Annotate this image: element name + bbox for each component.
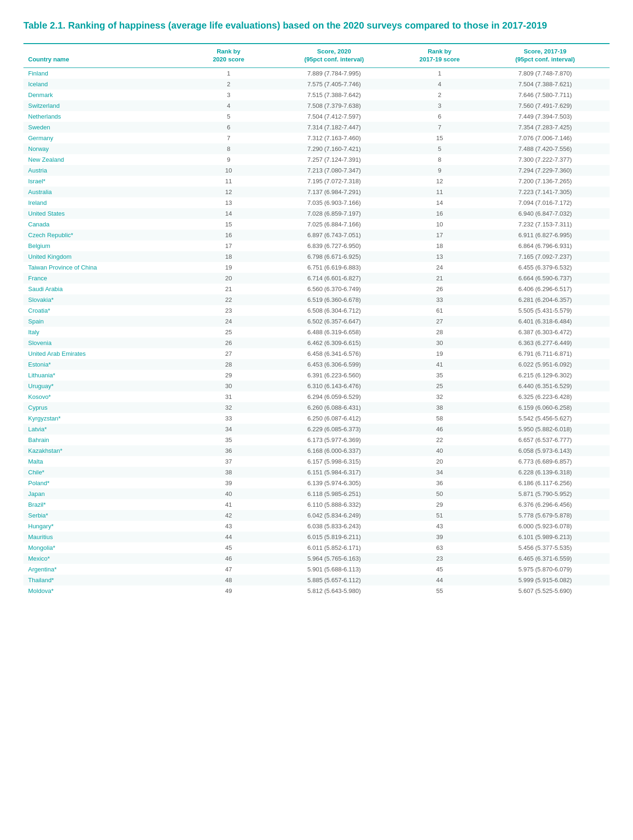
cell-rank201719: 15 [399,133,481,143]
cell-score2020: 7.257 (7.124-7.391) [270,154,399,165]
cell-country: Croatia* [23,305,188,316]
cell-score201719: 6.791 (6.711-6.871) [481,348,610,359]
cell-rank2020: 28 [188,359,270,370]
cell-score201719: 6.911 (6.827-6.995) [481,230,610,240]
cell-score2020: 6.118 (5.985-6.251) [270,488,399,499]
cell-rank201719: 27 [399,316,481,327]
cell-rank2020: 10 [188,165,270,176]
table-row: Malta376.157 (5.998-6.315)206.773 (6.689… [23,456,610,467]
table-row: Argentina*475.901 (5.688-6.113)455.975 (… [23,564,610,575]
cell-score201719: 7.165 (7.092-7.237) [481,251,610,262]
cell-rank201719: 17 [399,230,481,240]
cell-score201719: 7.488 (7.420-7.556) [481,143,610,154]
cell-rank201719: 55 [399,585,481,596]
cell-country: Chile* [23,467,188,478]
cell-score201719: 6.387 (6.303-6.472) [481,327,610,338]
cell-country: France [23,273,188,284]
table-row: Brazil*416.110 (5.888-6.332)296.376 (6.2… [23,499,610,510]
cell-rank201719: 28 [399,327,481,338]
cell-country: Japan [23,488,188,499]
cell-score2020: 6.015 (5.819-6.211) [270,532,399,542]
table-row: Bahrain356.173 (5.977-6.369)226.657 (6.5… [23,435,610,445]
cell-rank201719: 29 [399,499,481,510]
cell-rank2020: 25 [188,327,270,338]
cell-rank2020: 19 [188,262,270,273]
cell-score2020: 7.028 (6.859-7.197) [270,208,399,219]
cell-score2020: 6.260 (6.088-6.431) [270,402,399,413]
cell-country: Mauritius [23,532,188,542]
cell-rank201719: 5 [399,143,481,154]
cell-country: Lithuania* [23,370,188,381]
table-row: Spain246.502 (6.357-6.647)276.401 (6.318… [23,316,610,327]
cell-country: Canada [23,219,188,230]
table-row: Cyprus326.260 (6.088-6.431)386.159 (6.06… [23,402,610,413]
cell-rank2020: 16 [188,230,270,240]
cell-rank2020: 12 [188,187,270,197]
table-row: France206.714 (6.601-6.827)216.664 (6.59… [23,273,610,284]
table-row: Japan406.118 (5.985-6.251)505.871 (5.790… [23,488,610,499]
cell-rank201719: 6 [399,111,481,122]
table-header-row: Country name Rank by2020 score Score, 20… [23,44,610,68]
cell-country: Kazakhstan* [23,445,188,456]
cell-rank201719: 21 [399,273,481,284]
cell-score2020: 6.011 (5.852-6.171) [270,542,399,553]
page-title: Table 2.1. Ranking of happiness (average… [23,19,610,32]
cell-country: Saudi Arabia [23,284,188,294]
cell-score2020: 5.901 (5.688-6.113) [270,564,399,575]
cell-rank201719: 43 [399,521,481,532]
cell-rank2020: 2 [188,79,270,90]
table-row: Netherlands57.504 (7.412-7.597)67.449 (7… [23,111,610,122]
cell-rank2020: 26 [188,338,270,348]
cell-country: United Arab Emirates [23,348,188,359]
table-row: Mauritius446.015 (5.819-6.211)396.101 (5… [23,532,610,542]
cell-rank2020: 27 [188,348,270,359]
cell-score2020: 7.508 (7.379-7.638) [270,100,399,111]
cell-rank201719: 9 [399,165,481,176]
cell-rank201719: 58 [399,413,481,424]
cell-rank2020: 46 [188,553,270,564]
cell-score2020: 6.458 (6.341-6.576) [270,348,399,359]
cell-score2020: 6.139 (5.974-6.305) [270,478,399,488]
cell-rank201719: 16 [399,208,481,219]
table-row: Serbia*426.042 (5.834-6.249)515.778 (5.6… [23,510,610,521]
cell-score201719: 6.363 (6.277-6.449) [481,338,610,348]
cell-country: United Kingdom [23,251,188,262]
cell-country: Mexico* [23,553,188,564]
cell-country: Cyprus [23,402,188,413]
cell-score201719: 7.076 (7.006-7.146) [481,133,610,143]
cell-score2020: 6.151 (5.984-6.317) [270,467,399,478]
cell-score201719: 7.646 (7.580-7.711) [481,90,610,100]
cell-rank2020: 43 [188,521,270,532]
cell-rank201719: 36 [399,478,481,488]
cell-score201719: 5.778 (5.679-5.878) [481,510,610,521]
cell-country: United States [23,208,188,219]
cell-score201719: 6.159 (6.060-6.258) [481,402,610,413]
col-header-country: Country name [23,44,188,68]
cell-rank201719: 23 [399,553,481,564]
table-row: Kosovo*316.294 (6.059-6.529)326.325 (6.2… [23,391,610,402]
cell-score201719: 6.664 (6.590-6.737) [481,273,610,284]
cell-score201719: 6.000 (5.923-6.078) [481,521,610,532]
cell-score2020: 6.508 (6.304-6.712) [270,305,399,316]
table-row: Austria107.213 (7.080-7.347)97.294 (7.22… [23,165,610,176]
cell-country: Ireland [23,197,188,208]
cell-country: Mongolia* [23,542,188,553]
cell-score201719: 6.773 (6.689-6.857) [481,456,610,467]
cell-country: Czech Republic* [23,230,188,240]
cell-rank2020: 45 [188,542,270,553]
cell-score2020: 6.560 (6.370-6.749) [270,284,399,294]
table-row: Chile*386.151 (5.984-6.317)346.228 (6.13… [23,467,610,478]
cell-rank2020: 41 [188,499,270,510]
cell-score2020: 7.025 (6.884-7.166) [270,219,399,230]
cell-rank2020: 3 [188,90,270,100]
cell-rank2020: 9 [188,154,270,165]
cell-rank2020: 38 [188,467,270,478]
cell-score201719: 7.560 (7.491-7.629) [481,100,610,111]
cell-score2020: 6.751 (6.619-6.883) [270,262,399,273]
cell-rank201719: 38 [399,402,481,413]
cell-rank201719: 20 [399,456,481,467]
table-row: New Zealand97.257 (7.124-7.391)87.300 (7… [23,154,610,165]
cell-country: Brazil* [23,499,188,510]
cell-rank2020: 4 [188,100,270,111]
cell-rank201719: 4 [399,79,481,90]
